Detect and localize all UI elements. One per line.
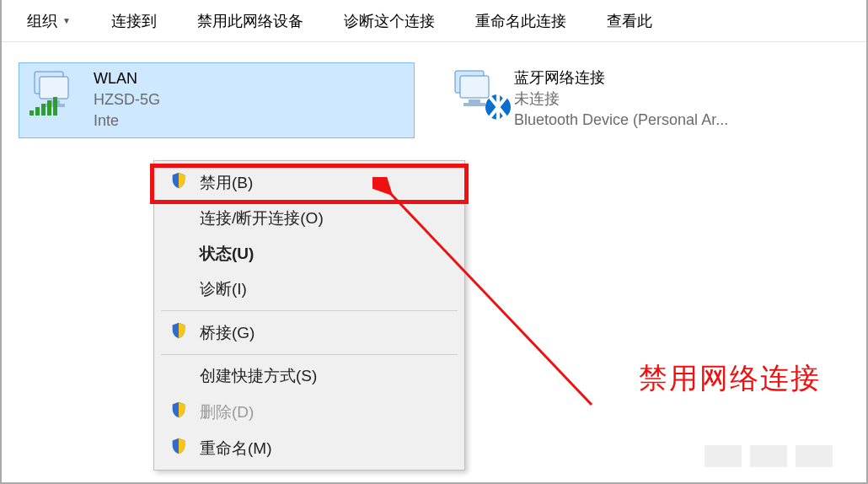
context-menu-item[interactable]: 重命名(M) (154, 430, 464, 466)
menu-separator (161, 310, 458, 311)
context-menu: 禁用(B)连接/断开连接(O)状态(U)诊断(I)桥接(G)创建快捷方式(S)删… (153, 160, 465, 471)
menu-icon-spacer (169, 245, 188, 263)
uac-shield-icon (169, 401, 188, 423)
toolbar-connect-to[interactable]: 连接到 (111, 11, 157, 31)
toolbar-rename-label: 重命名此连接 (475, 11, 566, 31)
context-menu-item[interactable]: 连接/断开连接(O) (154, 201, 464, 236)
svg-rect-5 (460, 76, 489, 98)
wifi-signal-icon (29, 97, 57, 116)
menu-icon-spacer (169, 280, 188, 298)
context-menu-item-label: 禁用(B) (200, 172, 253, 194)
adapter-bluetooth-text: 蓝牙网络连接 未连接 Bluetooth Device (Personal Ar… (514, 67, 728, 132)
annotation-text: 禁用网络连接 (639, 359, 821, 398)
context-menu-item-label: 连接/断开连接(O) (200, 207, 324, 229)
bluetooth-icon (485, 94, 511, 120)
context-menu-item: 删除(D) (154, 394, 464, 430)
context-menu-item[interactable]: 桥接(G) (154, 315, 464, 351)
content-area: WLAN HZSD-5G Inte 蓝牙网络连接 未连接 (2, 42, 866, 482)
uac-shield-icon (169, 171, 188, 194)
toolbar-rename[interactable]: 重命名此连接 (475, 11, 566, 31)
svg-rect-6 (469, 99, 480, 103)
menu-separator (161, 354, 458, 355)
adapter-title: WLAN (94, 68, 160, 89)
context-menu-item-label: 删除(D) (200, 401, 254, 423)
uac-shield-icon (169, 321, 188, 344)
adapter-title: 蓝牙网络连接 (514, 67, 728, 89)
context-menu-item[interactable]: 禁用(B) (154, 164, 464, 201)
context-menu-item-label: 诊断(I) (200, 278, 247, 300)
adapter-wlan-text: WLAN HZSD-5G Inte (94, 68, 160, 132)
uac-shield-icon (169, 437, 188, 460)
adapter-bluetooth[interactable]: 蓝牙网络连接 未连接 Bluetooth Device (Personal Ar… (440, 62, 836, 138)
context-menu-item-label: 创建快捷方式(S) (200, 365, 317, 387)
watermark-blocks (705, 445, 833, 467)
adapter-wlan[interactable]: WLAN HZSD-5G Inte (19, 62, 415, 138)
toolbar: 组织 ▼ 连接到 禁用此网络设备 诊断这个连接 重命名此连接 查看此 (2, 0, 866, 42)
menu-icon-spacer (169, 209, 188, 228)
network-adapter-icon (448, 67, 502, 115)
toolbar-disable-device[interactable]: 禁用此网络设备 (197, 11, 303, 31)
context-menu-item[interactable]: 诊断(I) (154, 272, 464, 307)
context-menu-item-label: 重命名(M) (200, 438, 271, 460)
menu-icon-spacer (169, 367, 188, 385)
context-menu-item-label: 桥接(G) (200, 322, 255, 344)
adapter-status: 未连接 (514, 89, 728, 110)
toolbar-organize-label: 组织 (27, 11, 57, 31)
toolbar-diagnose[interactable]: 诊断这个连接 (344, 11, 435, 31)
toolbar-view-status[interactable]: 查看此 (607, 11, 652, 31)
toolbar-view-status-label: 查看此 (607, 11, 652, 31)
svg-rect-7 (463, 103, 485, 106)
context-menu-item[interactable]: 状态(U) (154, 236, 464, 272)
adapter-ssid: HZSD-5G (94, 89, 160, 110)
adapter-list: WLAN HZSD-5G Inte 蓝牙网络连接 未连接 (19, 62, 849, 138)
toolbar-disable-device-label: 禁用此网络设备 (197, 11, 303, 31)
adapter-driver: Inte (94, 110, 160, 132)
adapter-driver: Bluetooth Device (Personal Ar... (514, 110, 728, 131)
context-menu-item[interactable]: 创建快捷方式(S) (154, 358, 464, 394)
toolbar-organize[interactable]: 组织 ▼ (27, 11, 71, 31)
chevron-down-icon: ▼ (62, 16, 71, 25)
svg-rect-1 (40, 77, 68, 99)
toolbar-connect-to-label: 连接到 (111, 11, 157, 31)
network-adapter-icon (28, 68, 82, 116)
context-menu-item-label: 状态(U) (200, 243, 254, 265)
toolbar-diagnose-label: 诊断这个连接 (344, 11, 435, 31)
